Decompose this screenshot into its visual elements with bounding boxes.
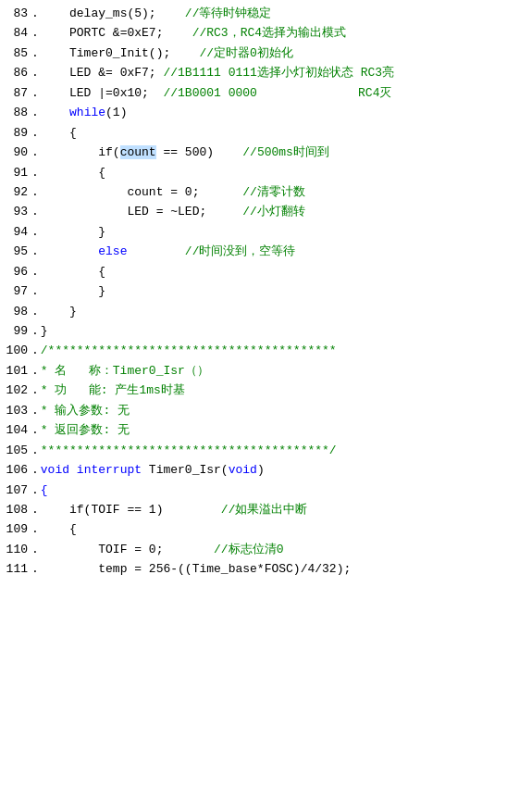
- code-line: 83. delay_ms(5); //等待时钟稳定: [0, 4, 507, 23]
- line-dot: .: [31, 302, 39, 321]
- line-content: [41, 242, 98, 261]
- line-dot: .: [31, 63, 39, 82]
- line-dot: .: [31, 559, 39, 579]
- line-content: //RC3，RC4选择为输出模式: [163, 23, 346, 43]
- code-line: 98. }: [0, 302, 507, 321]
- line-content: interrupt: [77, 460, 142, 480]
- line-dot: .: [31, 44, 39, 63]
- line-number: 107: [0, 481, 31, 500]
- line-dot: .: [31, 441, 39, 460]
- line-content: ****************************************…: [41, 441, 337, 460]
- code-line: 110. TOIF = 0; //标志位清0: [0, 540, 507, 559]
- line-content: temp = 256-((Time_base*FOSC)/4/32);: [41, 559, 351, 579]
- line-content: }: [41, 302, 77, 321]
- line-number: 105: [0, 441, 31, 460]
- line-content: LED |=0x10; //1B0001 0000 RC4灭: [41, 83, 392, 103]
- line-number: 101: [0, 361, 31, 381]
- line-content: LED &= 0xF7; //1B1111 0111选择小灯初始状态 RC3亮: [41, 63, 394, 82]
- line-content: (1): [105, 103, 127, 122]
- line-dot: .: [31, 4, 39, 23]
- code-line: 104.* 返回参数: 无: [0, 420, 507, 440]
- line-content: [41, 103, 69, 122]
- line-content: /***************************************…: [41, 341, 337, 360]
- line-content: * 返回参数: 无: [41, 420, 130, 440]
- line-dot: .: [31, 262, 39, 281]
- code-line: 105.************************************…: [0, 441, 507, 460]
- line-content: * 功 能: 产生1ms时基: [41, 381, 185, 400]
- line-number: 89: [0, 123, 31, 143]
- code-line: 89. {: [0, 123, 507, 143]
- line-number: 92: [0, 182, 31, 202]
- code-line: 109. {: [0, 519, 507, 539]
- line-dot: .: [31, 460, 39, 480]
- line-content: TOIF = 0; //标志位清0: [41, 540, 284, 559]
- code-line: 100./***********************************…: [0, 341, 507, 360]
- line-dot: .: [31, 202, 39, 221]
- line-dot: .: [31, 401, 39, 420]
- code-line: 99.}: [0, 321, 507, 341]
- line-content: Timer0_Init();: [41, 44, 170, 63]
- code-line: 86. LED &= 0xF7; //1B1111 0111选择小灯初始状态 R…: [0, 63, 507, 82]
- line-dot: .: [31, 481, 39, 500]
- code-line: 88. while(1): [0, 103, 507, 122]
- code-line: 96. {: [0, 262, 507, 281]
- code-line: 85. Timer0_Init(); //定时器0初始化: [0, 44, 507, 63]
- line-content: {: [41, 519, 77, 539]
- line-content: LED = ~LED; //小灯翻转: [41, 202, 305, 221]
- code-line: 111. temp = 256-((Time_base*FOSC)/4/32);: [0, 559, 507, 579]
- line-dot: .: [31, 500, 39, 519]
- line-dot: .: [31, 519, 39, 539]
- line-content: PORTC &=0xE7;: [41, 23, 164, 43]
- line-content: void: [229, 460, 257, 480]
- line-dot: .: [31, 281, 39, 301]
- line-number: 97: [0, 281, 31, 301]
- line-number: 88: [0, 103, 31, 122]
- line-dot: .: [31, 420, 39, 440]
- line-content: }: [41, 321, 48, 341]
- line-dot: .: [31, 242, 39, 261]
- code-line: 87. LED |=0x10; //1B0001 0000 RC4灭: [0, 83, 507, 103]
- line-dot: .: [31, 83, 39, 103]
- line-dot: .: [31, 23, 39, 43]
- line-number: 96: [0, 262, 31, 281]
- line-content: {: [41, 163, 105, 182]
- line-number: 98: [0, 302, 31, 321]
- line-number: 103: [0, 401, 31, 420]
- line-dot: .: [31, 361, 39, 381]
- line-content: delay_ms(5);: [41, 4, 156, 23]
- line-content: {: [41, 481, 48, 500]
- line-content: ): [257, 460, 265, 480]
- code-line: 101.* 名 称：Timer0_Isr（）: [0, 361, 507, 381]
- line-number: 95: [0, 242, 31, 261]
- line-number: 100: [0, 341, 31, 360]
- code-line: 107.{: [0, 481, 507, 500]
- line-dot: .: [31, 222, 39, 242]
- code-line: 97. }: [0, 281, 507, 301]
- line-content: Timer0_Isr(: [142, 460, 229, 480]
- line-content: count = 0; //清零计数: [41, 182, 305, 202]
- line-content: else: [98, 242, 127, 261]
- line-number: 109: [0, 519, 31, 539]
- line-content: void: [41, 460, 77, 480]
- line-dot: .: [31, 341, 39, 360]
- line-number: 84: [0, 23, 31, 43]
- code-line: 103.* 输入参数: 无: [0, 401, 507, 420]
- code-line: 108. if(TOIF == 1) //如果溢出中断: [0, 500, 507, 519]
- line-content: if(TOIF == 1) //如果溢出中断: [41, 500, 308, 519]
- code-line: 106.void interrupt Timer0_Isr(void): [0, 460, 507, 480]
- line-dot: .: [31, 540, 39, 559]
- code-line: 102.* 功 能: 产生1ms时基: [0, 381, 507, 400]
- code-line: 90. if(count == 500) //500ms时间到: [0, 143, 507, 162]
- line-number: 94: [0, 222, 31, 242]
- line-content: if(count == 500) //500ms时间到: [41, 143, 329, 162]
- line-content: * 名 称：Timer0_Isr（）: [41, 361, 209, 381]
- line-number: 102: [0, 381, 31, 400]
- line-dot: .: [31, 123, 39, 143]
- line-number: 108: [0, 500, 31, 519]
- line-content: while: [69, 103, 105, 122]
- line-number: 106: [0, 460, 31, 480]
- line-content: * 输入参数: 无: [41, 401, 130, 420]
- line-number: 110: [0, 540, 31, 559]
- line-content: {: [41, 123, 77, 143]
- code-container: 83. delay_ms(5); //等待时钟稳定84. PORTC &=0xE…: [0, 0, 507, 583]
